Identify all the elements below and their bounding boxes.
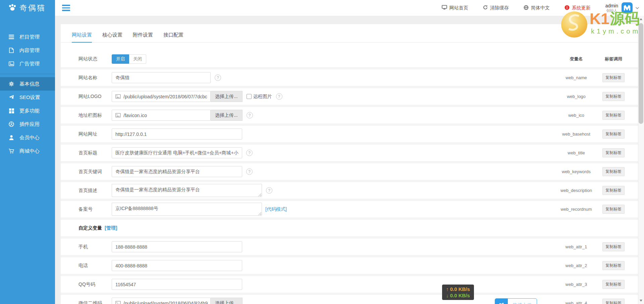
tab-attachment-settings[interactable]: 附件设置 [133,29,153,42]
tab-core-settings[interactable]: 核心设置 [102,29,122,42]
help-icon[interactable]: ? [246,150,253,156]
app-logo[interactable]: 奇偶猫 [0,0,55,16]
refresh-icon [483,5,488,11]
field-control: /favicon.ico选择上传...? [112,110,253,121]
copy-tag-button[interactable]: 复制标签 [602,261,625,270]
row-separator [61,199,638,201]
hamburger-menu-icon[interactable] [62,5,70,11]
textarea-input[interactable]: 奇偶猫是一家有态度的精品资源分享平台 [112,184,262,197]
status-off-button[interactable]: 关闭 [129,54,146,64]
upload-button[interactable]: 选择上传... [211,91,243,102]
row-separator [61,293,638,295]
variable-name: web_attr_3 [556,282,596,287]
nav-label: 简体中文 [531,5,550,11]
sidebar-item-member-center[interactable]: 会员中心 [0,131,55,144]
field-label: 手机 [78,244,112,250]
text-input[interactable]: 奇偶猫是一家有态度的精品资源分享平台 [112,166,242,177]
help-icon[interactable]: ? [266,187,272,194]
nav-clear-cache[interactable]: 清除缓存 [483,5,509,11]
input-value: 400-8888-8888 [115,263,147,268]
scrollbar[interactable] [638,16,644,304]
sidebar-item-mall-center[interactable]: 商城中心 [0,144,55,158]
tab-api-config[interactable]: 接口配置 [163,29,183,42]
sidebar-item-plugins[interactable]: 插件应用 [0,117,55,131]
field-control: /public/upload/system/2018/06/04/824b9选择… [112,298,243,304]
file-path-input[interactable]: /favicon.ico [112,110,211,121]
top-nav: 网站首页 清除缓存 简体中文 系统更新 admin 创始人 [442,2,644,13]
sidebar-item-ad-manage[interactable]: 广告管理 [0,57,55,70]
tab-site-settings[interactable]: 网站设置 [72,29,92,43]
copy-tag-button[interactable]: 复制标签 [602,167,625,176]
text-input[interactable]: 188-8888-8888 [112,241,242,252]
field-control: 11654547 [112,279,242,290]
text-input[interactable]: 奇偶猫 [112,72,211,83]
copy-tag-button[interactable]: 复制标签 [602,73,625,82]
text-input[interactable]: 400-8888-8888 [112,260,242,271]
copy-tag-button[interactable]: 复制标签 [602,92,625,101]
copy-tag-button[interactable]: 复制标签 [602,111,625,120]
input-value: 奇偶猫是一家有态度的精品资源分享平台 [115,169,200,175]
help-icon[interactable]: ? [215,74,221,81]
field-control: 奇偶猫是一家有态度的精品资源分享平台? [112,184,272,197]
user-role: 创始人 [606,8,617,13]
upload-button[interactable]: 选择上传... [211,298,243,304]
field-label: 网站LOGO [78,94,112,100]
nav-system-update[interactable]: 系统更新 [565,5,591,11]
file-path-input[interactable]: /public/upload/system/2018/06/04/824b9 [112,298,211,304]
help-icon[interactable]: ? [247,112,253,118]
user-menu[interactable]: admin 创始人 [605,3,618,13]
row-separator [61,105,638,107]
resize-handle-icon[interactable] [258,193,261,196]
row-separator [61,86,638,88]
textarea-input[interactable]: 京ICP备88888888号 [112,203,262,216]
drag-upload-button[interactable]: 拖拽上传 [495,298,537,304]
avatar[interactable] [622,2,633,13]
input-value: /favicon.ico [123,113,147,118]
field-label: 网站网址 [78,131,112,137]
text-input[interactable]: http://127.0.0.1 [112,129,242,140]
text-input[interactable]: 11654547 [112,279,242,290]
copy-tag-button[interactable]: 复制标签 [602,242,625,251]
code-mode-link[interactable]: [代码模式] [265,206,287,212]
sidebar-item-column-manage[interactable]: 栏目管理 [0,30,55,44]
scrollbar-thumb[interactable] [639,23,643,124]
help-icon[interactable]: ? [276,93,282,100]
remote-image-option[interactable]: 远程图片 [247,94,272,100]
sidebar-item-more-features[interactable]: 更多功能 [0,104,55,117]
sidebar-item-label: 商城中心 [19,148,40,154]
row-right: web_basehost复制标签 [556,130,638,139]
copy-tag-button[interactable]: 复制标签 [602,205,625,214]
status-on-button[interactable]: 开启 [112,54,129,64]
variable-name: web_attr_1 [556,244,596,249]
copy-tag-button[interactable]: 复制标签 [602,130,625,139]
help-icon[interactable]: ? [246,168,253,175]
row-right: web_title复制标签 [556,148,638,157]
sidebar-item-basic-info[interactable]: 基本信息 [0,77,55,91]
field-label: QQ号码 [78,282,112,288]
down-arrow-icon: ↓ [446,293,450,298]
file-path-input[interactable]: /public/upload/system/2018/06/07/7dcbc [112,91,211,102]
copy-tag-button[interactable]: 复制标签 [602,299,625,304]
field-control: [管理] [102,225,117,231]
scrollbar-down-arrow[interactable] [640,300,642,302]
sidebar-item-seo-settings[interactable]: SEO设置 [0,91,55,104]
grid-icon [8,108,14,113]
row-separator [61,255,638,257]
copy-tag-button[interactable]: 复制标签 [602,280,625,289]
chevron-down-icon[interactable] [635,7,639,9]
checkbox-icon[interactable] [247,94,252,99]
nav-language[interactable]: 简体中文 [524,5,550,11]
nav-site-home[interactable]: 网站首页 [442,5,468,11]
text-input[interactable]: 医疗皮肤健康医疗行业通用 电脑+手机+微信+会员+商城+小程序 [112,147,242,158]
scrollbar-up-arrow[interactable] [640,18,642,20]
field-label: 网站名称 [78,75,112,81]
upload-button[interactable]: 选择上传... [211,110,243,121]
copy-tag-button[interactable]: 复制标签 [602,186,625,195]
resize-handle-icon[interactable] [258,212,261,215]
field-label: 电话 [78,263,112,269]
manage-link[interactable]: [管理] [105,225,117,231]
copy-tag-button[interactable]: 复制标签 [602,148,625,157]
field-label: 自定义变量 [78,225,102,231]
sidebar-item-content-manage[interactable]: 内容管理 [0,44,55,57]
field-control: 医疗皮肤健康医疗行业通用 电脑+手机+微信+会员+商城+小程序? [112,147,253,158]
